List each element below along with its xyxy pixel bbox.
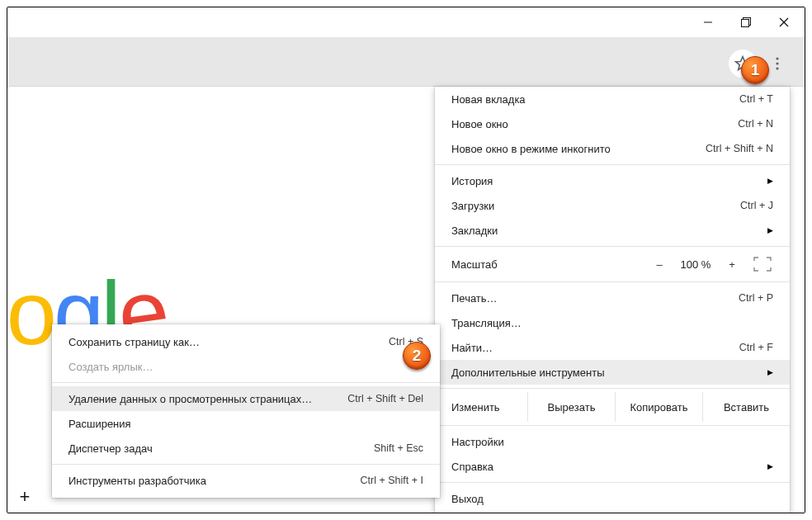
menu-separator bbox=[435, 164, 790, 165]
zoom-out-button[interactable]: – bbox=[646, 258, 673, 271]
submenu-clear-browsing-data[interactable]: Удаление данных о просмотренных страница… bbox=[52, 386, 440, 411]
menu-edit-row: Изменить Вырезать Копировать Вставить bbox=[435, 392, 790, 422]
menu-bookmarks[interactable]: Закладки▶ bbox=[435, 218, 790, 243]
menu-new-window[interactable]: Новое окноCtrl + N bbox=[435, 111, 790, 136]
add-button[interactable]: + bbox=[14, 486, 35, 508]
window-frame: Google Новая вкладкаCtrl + T Новое окноC… bbox=[7, 7, 805, 513]
edit-paste-button[interactable]: Вставить bbox=[702, 392, 790, 422]
more-tools-submenu: Сохранить страницу как…Ctrl + S Создать … bbox=[52, 324, 440, 498]
menu-zoom-row: Масштаб – 100 % + bbox=[435, 250, 790, 278]
chevron-right-icon: ▶ bbox=[767, 226, 773, 234]
svg-point-7 bbox=[776, 62, 778, 64]
menu-separator bbox=[435, 281, 790, 282]
menu-separator bbox=[435, 388, 790, 389]
menu-incognito[interactable]: Новое окно в режиме инкогнитоCtrl + Shif… bbox=[435, 136, 790, 161]
annotation-badge-1: 1 bbox=[741, 56, 769, 84]
menu-new-tab[interactable]: Новая вкладкаCtrl + T bbox=[435, 87, 790, 111]
menu-separator bbox=[52, 382, 440, 383]
submenu-task-manager[interactable]: Диспетчер задачShift + Esc bbox=[52, 436, 440, 461]
menu-settings[interactable]: Настройки bbox=[435, 429, 790, 454]
menu-downloads[interactable]: ЗагрузкиCtrl + J bbox=[435, 193, 790, 218]
menu-print[interactable]: Печать…Ctrl + P bbox=[435, 286, 790, 310]
maximize-button[interactable] bbox=[727, 7, 765, 37]
chevron-right-icon: ▶ bbox=[767, 368, 773, 376]
svg-point-8 bbox=[776, 67, 778, 69]
edit-cut-button[interactable]: Вырезать bbox=[527, 392, 615, 422]
svg-rect-2 bbox=[742, 20, 749, 27]
chevron-right-icon: ▶ bbox=[767, 177, 773, 185]
edit-copy-button[interactable]: Копировать bbox=[615, 392, 702, 422]
menu-separator bbox=[435, 246, 790, 247]
zoom-in-button[interactable]: + bbox=[719, 258, 745, 271]
menu-separator bbox=[435, 425, 790, 426]
menu-history[interactable]: История▶ bbox=[435, 168, 790, 193]
submenu-save-as[interactable]: Сохранить страницу как…Ctrl + S bbox=[52, 329, 440, 354]
svg-point-6 bbox=[776, 57, 778, 59]
submenu-extensions[interactable]: Расширения bbox=[52, 411, 440, 436]
annotation-badge-2: 2 bbox=[403, 342, 431, 370]
edit-label: Изменить bbox=[435, 392, 527, 422]
zoom-value: 100 % bbox=[673, 258, 719, 271]
menu-separator bbox=[435, 482, 790, 483]
submenu-dev-tools[interactable]: Инструменты разработчикаCtrl + Shift + I bbox=[52, 468, 440, 493]
fullscreen-icon[interactable] bbox=[752, 255, 773, 273]
browser-toolbar bbox=[7, 37, 805, 87]
menu-more-tools[interactable]: Дополнительные инструменты▶ bbox=[435, 360, 790, 385]
minimize-button[interactable] bbox=[689, 7, 727, 37]
menu-exit[interactable]: Выход bbox=[435, 486, 790, 511]
window-titlebar bbox=[7, 7, 805, 37]
chevron-right-icon: ▶ bbox=[767, 462, 773, 470]
menu-find[interactable]: Найти…Ctrl + F bbox=[435, 335, 790, 360]
zoom-label: Масштаб bbox=[451, 258, 646, 271]
menu-cast[interactable]: Трансляция… bbox=[435, 310, 790, 335]
submenu-create-shortcut: Создать ярлык… bbox=[52, 354, 440, 379]
chrome-menu: Новая вкладкаCtrl + T Новое окноCtrl + N… bbox=[435, 87, 790, 513]
menu-help[interactable]: Справка▶ bbox=[435, 454, 790, 479]
close-button[interactable] bbox=[765, 7, 803, 37]
menu-separator bbox=[52, 464, 440, 465]
